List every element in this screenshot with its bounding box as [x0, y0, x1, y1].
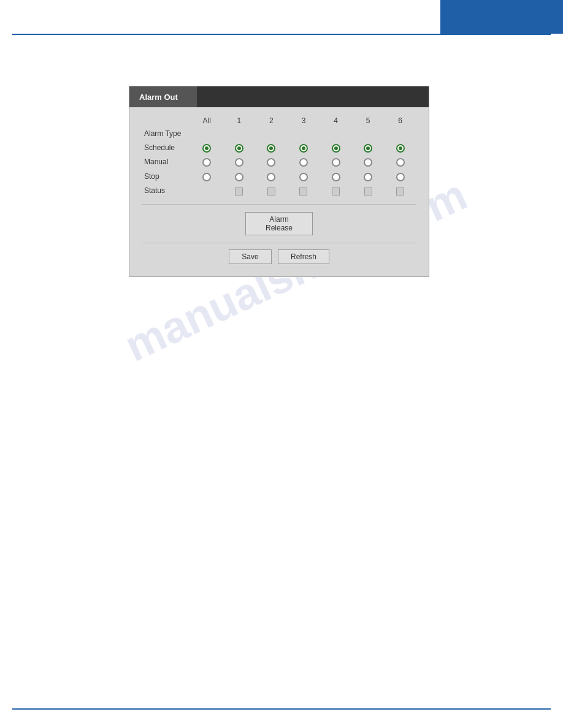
table-row-schedule: Schedule [142, 140, 416, 155]
bottom-divider-line [12, 708, 551, 710]
row-label-stop: Stop [142, 169, 191, 184]
schedule-radio-all[interactable] [191, 140, 223, 155]
card-divider-2 [142, 243, 416, 243]
col-4: 4 [320, 115, 352, 127]
col-2: 2 [255, 115, 288, 127]
manual-radio-5[interactable] [352, 155, 385, 170]
table-row-status: Status [142, 184, 416, 198]
alarm-release-button[interactable]: Alarm Release [245, 212, 313, 235]
top-blue-corner [440, 0, 563, 34]
table-row-stop: Stop [142, 169, 416, 184]
top-divider-line [12, 34, 551, 35]
row-label-schedule: Schedule [142, 140, 191, 155]
col-3: 3 [288, 115, 320, 127]
status-chk-2[interactable] [255, 184, 288, 198]
manual-radio-6[interactable] [384, 155, 416, 170]
row-label-alarm-type: Alarm Type [142, 127, 191, 140]
table-row-alarm-type: Alarm Type [142, 127, 416, 140]
schedule-radio-2[interactable] [255, 140, 288, 155]
bottom-buttons: Save Refresh [129, 249, 429, 264]
row-label-manual: Manual [142, 155, 191, 170]
manual-radio-2[interactable] [255, 155, 288, 170]
schedule-radio-6[interactable] [384, 140, 416, 155]
col-5: 5 [352, 115, 385, 127]
schedule-radio-1[interactable] [223, 140, 256, 155]
card-header: Alarm Out [129, 86, 429, 107]
stop-radio-3[interactable] [288, 169, 320, 184]
status-chk-4[interactable] [320, 184, 352, 198]
col-1: 1 [223, 115, 256, 127]
status-empty [191, 184, 223, 198]
stop-radio-1[interactable] [223, 169, 256, 184]
schedule-radio-4[interactable] [320, 140, 352, 155]
refresh-button[interactable]: Refresh [278, 249, 329, 264]
stop-radio-5[interactable] [352, 169, 385, 184]
col-6: 6 [384, 115, 416, 127]
alarm-table: All 1 2 3 4 5 6 Alarm Type Schedule [142, 115, 416, 198]
status-chk-3[interactable] [288, 184, 320, 198]
stop-radio-all[interactable] [191, 169, 223, 184]
stop-radio-6[interactable] [384, 169, 416, 184]
card-header-title: Alarm Out [129, 86, 197, 107]
manual-radio-all[interactable] [191, 155, 223, 170]
save-button[interactable]: Save [229, 249, 272, 264]
card-divider-1 [142, 204, 416, 205]
status-chk-5[interactable] [352, 184, 385, 198]
alarm-out-card: Alarm Out All 1 2 3 4 5 6 Alarm [129, 86, 429, 277]
schedule-radio-3[interactable] [288, 140, 320, 155]
manual-radio-3[interactable] [288, 155, 320, 170]
stop-radio-2[interactable] [255, 169, 288, 184]
table-row-manual: Manual [142, 155, 416, 170]
col-all: All [191, 115, 223, 127]
schedule-radio-5[interactable] [352, 140, 385, 155]
manual-radio-4[interactable] [320, 155, 352, 170]
stop-radio-4[interactable] [320, 169, 352, 184]
col-label-empty [142, 115, 191, 127]
manual-radio-1[interactable] [223, 155, 256, 170]
card-header-bar [197, 86, 429, 107]
status-chk-1[interactable] [223, 184, 256, 198]
status-chk-6[interactable] [384, 184, 416, 198]
row-label-status: Status [142, 184, 191, 198]
